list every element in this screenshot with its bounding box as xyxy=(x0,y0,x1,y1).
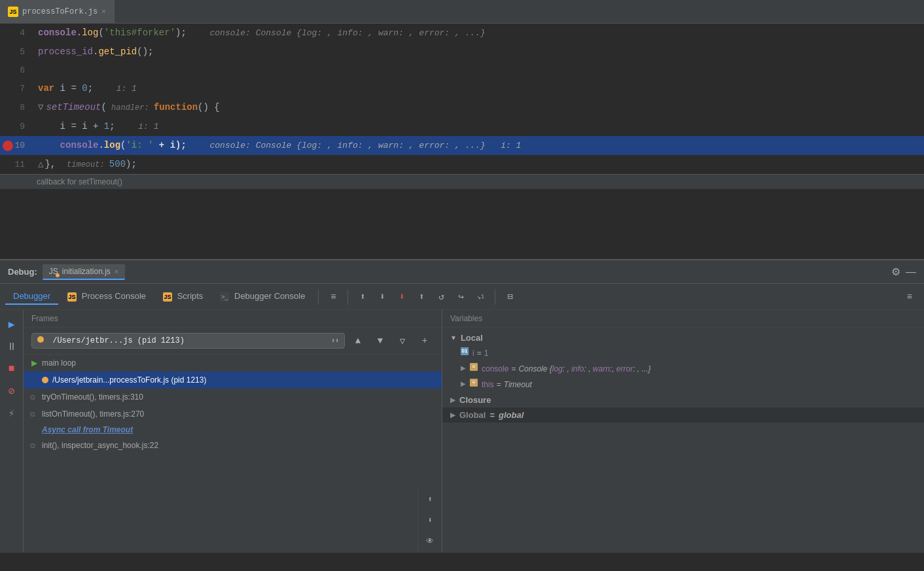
code-line-10: 10 console.log('i: ' + i); console: Cons… xyxy=(0,136,924,155)
code-line-9: 9 i = i + 1; i: 1 xyxy=(0,117,924,136)
tab-filename: processToFork.js xyxy=(22,7,98,16)
tab-close-button[interactable]: × xyxy=(101,8,106,16)
var-console[interactable]: ▶ ≡ console = Console {log: , info: , wa… xyxy=(442,361,924,377)
var-console-expand-icon[interactable]: ▶ xyxy=(461,363,466,373)
frame-process-to-fork[interactable]: /Users/jetbrain...processToFork.js (pid … xyxy=(24,372,442,389)
code-line-4: 4 console.log('this#forker'); console: C… xyxy=(0,24,924,43)
global-section-header: ▶ Global = global xyxy=(442,407,924,423)
frame-main-loop[interactable]: ▶ main loop xyxy=(24,355,442,372)
pause-sidebar-icon[interactable]: ⏸ xyxy=(3,337,21,356)
debug-header-right: ⚙ — xyxy=(891,266,916,278)
frames-side-buttons: ⬆ ⬇ 👁 xyxy=(418,487,442,553)
toolbar-separator-2 xyxy=(347,289,348,305)
play-sidebar-icon[interactable]: ▶ xyxy=(3,315,21,334)
breakpoint-icon xyxy=(3,141,13,151)
settings-button[interactable]: ⚙ xyxy=(891,266,900,278)
minimize-button[interactable]: — xyxy=(906,266,916,278)
code-lines: 4 console.log('this#forker'); console: C… xyxy=(0,24,924,174)
var-this-icon: ≡ xyxy=(470,379,478,387)
step-out-button[interactable]: ⬆ xyxy=(412,288,431,306)
collapse-button[interactable]: ⬆ xyxy=(421,490,439,508)
expand-button[interactable]: ⬇ xyxy=(421,511,439,529)
line-num-7: 7 xyxy=(0,84,33,94)
line-num-11: 11 xyxy=(0,160,33,169)
restart-button[interactable]: ↺ xyxy=(432,288,450,306)
step-special-button[interactable]: ↘1 xyxy=(471,288,489,306)
line-content-10: console.log('i: ' + i); console: Console… xyxy=(33,136,924,155)
closure-triangle-icon: ▶ xyxy=(450,396,455,404)
tab-debugger[interactable]: Debugger xyxy=(5,288,58,305)
line-num-6: 6 xyxy=(0,65,33,75)
run-to-cursor-button[interactable]: ↪ xyxy=(452,288,470,306)
line-content-9: i = i + 1; i: 1 xyxy=(33,117,924,136)
var-this-expand-icon[interactable]: ▶ xyxy=(461,379,466,389)
debug-header: Debug: JS initialization.js × ⚙ — xyxy=(0,260,924,284)
debug-sidebar: ▶ ⏸ ■ ⊘ ⚡ xyxy=(0,310,24,553)
toolbar-separator xyxy=(318,289,319,305)
highlight-sidebar-icon[interactable]: ⚡ xyxy=(3,404,21,423)
frame-filter-button[interactable]: ▽ xyxy=(393,332,412,350)
debug-tab-close[interactable]: × xyxy=(115,268,118,275)
closure-section-header: ▶ Closure xyxy=(442,392,924,407)
code-editor: 4 console.log('this#forker'); console: C… xyxy=(0,24,924,259)
line-content-11: △}, timeout: 500); xyxy=(33,155,924,174)
frame-arrow-icon: ▶ xyxy=(31,358,37,368)
frame-up-button[interactable]: ▲ xyxy=(349,332,367,350)
frames-toolbar: /Users/jetbr...js (pid 1213) ⬆⬇ ▲ ▼ ▽ + xyxy=(24,328,442,355)
local-triangle-icon: ▼ xyxy=(450,334,457,341)
local-section[interactable]: ▼ Local 01 i = 1 ▶ xyxy=(442,330,924,392)
frame-down-button[interactable]: ▼ xyxy=(371,332,389,350)
frame-add-button[interactable]: + xyxy=(416,332,434,350)
var-this[interactable]: ▶ ≡ this = Timeout xyxy=(442,377,924,392)
vars-list: ▼ Local 01 i = 1 ▶ xyxy=(442,328,924,553)
stack-icon-1: ⧉ xyxy=(30,393,35,402)
stack-icon-3: ⧉ xyxy=(30,441,35,450)
var-i: 01 i = 1 xyxy=(442,345,924,361)
process-selector[interactable]: /Users/jetbr...js (pid 1213) ⬆⬇ xyxy=(31,333,345,349)
frames-header: Frames xyxy=(24,310,442,328)
more-button[interactable]: ≡ xyxy=(900,288,919,306)
code-line-5: 5 process_id.get_pid(); xyxy=(0,43,924,61)
code-line-7: 7 var i = 0; i: 1 xyxy=(0,79,924,98)
dropdown-arrow-icon: ⬆⬇ xyxy=(331,337,339,345)
file-tab[interactable]: JS processToFork.js × xyxy=(0,0,115,24)
global-section[interactable]: ▶ Global = global xyxy=(442,407,924,423)
columns-button[interactable]: ⊟ xyxy=(501,288,519,306)
stop-sidebar-icon[interactable]: ■ xyxy=(3,360,21,378)
debugger-toolbar: Debugger JS Process Console JS Scripts >… xyxy=(0,284,924,310)
line-content-4: console.log('this#forker'); console: Con… xyxy=(33,24,924,43)
line-num-9: 9 xyxy=(0,122,33,131)
code-line-6: 6 xyxy=(0,61,924,79)
step-into-button[interactable]: ⬇ xyxy=(393,288,411,306)
mute-sidebar-icon[interactable]: ⊘ xyxy=(3,382,21,400)
tab-scripts[interactable]: JS Scripts xyxy=(155,288,211,305)
var-i-icon: 01 xyxy=(461,347,469,355)
frame-init[interactable]: ⧉ init(), inspector_async_hook.js:22 xyxy=(24,437,442,454)
tab-bar: JS processToFork.js × xyxy=(0,0,924,24)
local-section-header: ▼ Local xyxy=(442,330,924,345)
closure-section[interactable]: ▶ Closure xyxy=(442,392,924,407)
tab-process-console[interactable]: JS Process Console xyxy=(60,288,154,305)
toolbar-separator-3 xyxy=(495,289,495,305)
js-icon: JS xyxy=(8,7,18,17)
line-content-8: ▽setTimeout( handler: function() { xyxy=(33,98,924,117)
step-up-button[interactable]: ⬆ xyxy=(353,288,372,306)
debug-label: Debug: xyxy=(8,267,37,277)
callback-hint: callback for setTimeout() xyxy=(0,174,924,189)
stack-icon-2: ⧉ xyxy=(30,410,35,419)
resume-frames-button[interactable]: ≡ xyxy=(324,288,342,306)
tab-debugger-console[interactable]: >_ Debugger Console xyxy=(212,288,313,305)
step-over-button[interactable]: ⬇ xyxy=(373,288,391,306)
debug-panel: Debug: JS initialization.js × ⚙ — Debugg… xyxy=(0,259,924,553)
frame-list-on-timeout[interactable]: ⧉ listOnTimeout(), timers.js:270 xyxy=(24,406,442,423)
debug-body: ▶ ⏸ ■ ⊘ ⚡ Frames /Users/jetbr...js (pid … xyxy=(0,310,924,553)
code-line-8: 8 ▽setTimeout( handler: function() { xyxy=(0,98,924,117)
frame-try-on-timeout[interactable]: ⧉ tryOnTimeout(), timers.js:310 xyxy=(24,389,442,406)
process-dot xyxy=(37,336,44,343)
global-triangle-icon: ▶ xyxy=(450,411,455,419)
line-num-8: 8 xyxy=(0,103,33,112)
line-content-7: var i = 0; i: 1 xyxy=(33,79,924,98)
code-line-11: 11 △}, timeout: 500); xyxy=(0,155,924,174)
debug-file-tab[interactable]: JS initialization.js × xyxy=(43,264,126,280)
eye-button[interactable]: 👁 xyxy=(421,532,439,550)
